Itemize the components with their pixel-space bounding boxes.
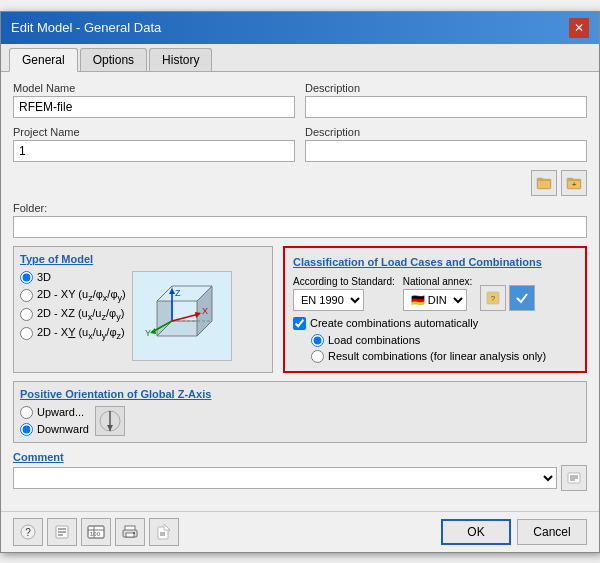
cancel-button[interactable]: Cancel — [517, 519, 587, 545]
svg-rect-2 — [538, 181, 550, 188]
folder-input-row — [13, 216, 587, 238]
svg-text:X: X — [202, 306, 208, 316]
result-combinations-radio[interactable]: Result combinations (for linear analysis… — [311, 350, 577, 363]
ok-button[interactable]: OK — [441, 519, 511, 545]
combination-type-group: Load combinations Result combinations (f… — [311, 334, 577, 363]
upward-radio[interactable]: Upward... — [20, 406, 89, 419]
project-description-group: Description — [305, 126, 587, 162]
help-button[interactable]: ? — [13, 518, 43, 546]
classification-panel: Classification of Load Cases and Combina… — [283, 246, 587, 373]
close-button[interactable]: ✕ — [569, 18, 589, 38]
svg-text:?: ? — [25, 527, 31, 538]
positive-orientation-panel: Positive Orientation of Global Z-Axis Up… — [13, 381, 587, 443]
folder-input[interactable] — [13, 216, 587, 238]
load-combinations-radio[interactable]: Load combinations — [311, 334, 577, 347]
orient-content: Upward... Downward — [20, 406, 580, 436]
model-type-2d-xy2[interactable]: 2D - XY (ux/uy/φz) — [20, 326, 126, 341]
classification-title: Classification of Load Cases and Combina… — [293, 256, 577, 268]
model-preview: Z X Y — [132, 271, 232, 361]
export-button[interactable] — [149, 518, 179, 546]
comment-row — [13, 465, 587, 491]
standard-group: According to Standard: EN 1990 — [293, 276, 395, 311]
footer-right-buttons: OK Cancel — [441, 519, 587, 545]
create-combinations-checkbox[interactable]: Create combinations automatically — [293, 317, 577, 330]
svg-text:100: 100 — [90, 531, 101, 537]
standard-select[interactable]: EN 1990 — [293, 289, 364, 311]
orient-radios: Upward... Downward — [20, 406, 89, 436]
svg-rect-44 — [126, 533, 134, 537]
standard-row: According to Standard: EN 1990 National … — [293, 276, 577, 311]
orientation-icon — [95, 406, 125, 436]
folder-row: Folder: — [13, 202, 587, 238]
model-name-input[interactable] — [13, 96, 295, 118]
model-name-label: Model Name — [13, 82, 295, 94]
downward-radio[interactable]: Downward — [20, 423, 89, 436]
title-bar: Edit Model - General Data ✕ — [1, 12, 599, 44]
project-name-input[interactable] — [13, 140, 295, 162]
project-description-label: Description — [305, 126, 587, 138]
model-type-2d-xy[interactable]: 2D - XY (uz/φx/φy) — [20, 288, 126, 303]
project-name-label: Project Name — [13, 126, 295, 138]
std-icon-btn2[interactable] — [509, 285, 535, 311]
dialog-footer: ? 100 OK Cancel — [1, 511, 599, 552]
table-button[interactable]: 100 — [81, 518, 111, 546]
model-description-group: Description — [305, 82, 587, 118]
tab-history[interactable]: History — [149, 48, 212, 71]
create-combinations-label: Create combinations automatically — [310, 317, 478, 329]
folder-icon-btn2[interactable]: + — [561, 170, 587, 196]
tab-options[interactable]: Options — [80, 48, 147, 71]
tab-general[interactable]: General — [9, 48, 78, 72]
type-of-model-panel: Type of Model 3D 2D - XY (uz/φx/φy) — [13, 246, 273, 373]
type-of-model-title: Type of Model — [20, 253, 266, 265]
svg-marker-48 — [164, 524, 170, 530]
annex-group: National annex: 🇩🇪 DIN — [403, 276, 473, 311]
annex-select[interactable]: 🇩🇪 DIN — [403, 289, 467, 311]
annex-label: National annex: — [403, 276, 473, 287]
main-section: Type of Model 3D 2D - XY (uz/φx/φy) — [13, 246, 587, 373]
upward-label: Upward... — [37, 406, 84, 418]
svg-rect-1 — [537, 178, 543, 181]
dialog-title: Edit Model - General Data — [11, 20, 161, 35]
footer-left-buttons: ? 100 — [13, 518, 179, 546]
model-name-group: Model Name — [13, 82, 295, 118]
edit-model-dialog: Edit Model - General Data ✕ General Opti… — [0, 11, 600, 553]
downward-label: Downward — [37, 423, 89, 435]
result-combinations-label: Result combinations (for linear analysis… — [328, 350, 546, 362]
svg-text:Y: Y — [145, 328, 151, 338]
folder-label: Folder: — [13, 202, 587, 214]
comment-section: Comment — [13, 451, 587, 491]
standard-label: According to Standard: — [293, 276, 395, 287]
tab-bar: General Options History — [1, 44, 599, 72]
project-name-row: Project Name Description — [13, 126, 587, 162]
type-content: 3D 2D - XY (uz/φx/φy) 2D - XZ (ux/uz/φy) — [20, 271, 266, 361]
model-type-radio-group: 3D 2D - XY (uz/φx/φy) 2D - XZ (ux/uz/φy) — [20, 271, 126, 361]
comment-icon-btn[interactable] — [561, 465, 587, 491]
svg-text:?: ? — [491, 294, 496, 303]
folder-icon-btn1[interactable] — [531, 170, 557, 196]
std-icon-btn1[interactable]: ? — [480, 285, 506, 311]
project-description-input[interactable] — [305, 140, 587, 162]
edit-button[interactable] — [47, 518, 77, 546]
dialog-content: Model Name Description Project Name Desc… — [1, 72, 599, 511]
model-description-label: Description — [305, 82, 587, 94]
project-name-group: Project Name — [13, 126, 295, 162]
svg-line-17 — [172, 314, 199, 321]
std-buttons: ? — [480, 285, 535, 311]
comment-label: Comment — [13, 451, 587, 463]
model-type-3d[interactable]: 3D — [20, 271, 126, 284]
model-type-2d-xz[interactable]: 2D - XZ (ux/uz/φy) — [20, 307, 126, 322]
svg-text:+: + — [572, 180, 577, 189]
svg-point-45 — [133, 532, 135, 534]
load-combinations-label: Load combinations — [328, 334, 420, 346]
model-description-input[interactable] — [305, 96, 587, 118]
positive-orientation-title: Positive Orientation of Global Z-Axis — [20, 388, 580, 400]
model-name-row: Model Name Description — [13, 82, 587, 118]
folder-buttons: + — [13, 170, 587, 196]
print-button[interactable] — [115, 518, 145, 546]
svg-text:Z: Z — [175, 288, 181, 298]
comment-select[interactable] — [13, 467, 557, 489]
